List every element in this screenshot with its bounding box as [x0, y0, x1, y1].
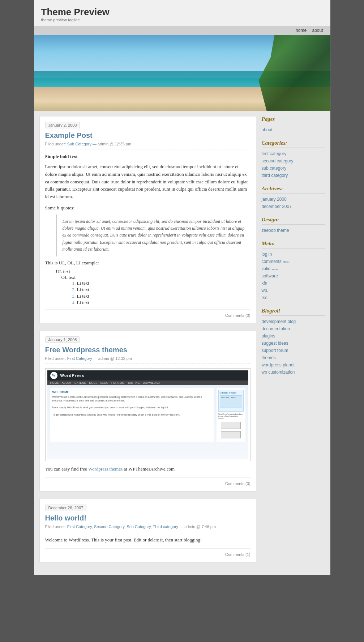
sidebar-pages-list: about	[262, 126, 325, 133]
post-cat-1[interactable]: First Category	[67, 524, 92, 529]
wp-main-content: WELCOME WordPress is a state-of-the-art …	[50, 388, 214, 442]
sidebar-meta-software: software	[262, 272, 325, 280]
post-blockquote: Lorem ipsum dolor sit amet, consectetur …	[56, 214, 250, 256]
sidebar-cat-second: second category	[262, 157, 325, 165]
sidebar-design-title: Design:	[262, 217, 325, 225]
sidebar-blog-planet: wordpress planet	[262, 361, 325, 369]
sidebar-design-zeebob: zeebob theme	[262, 227, 325, 234]
sidebar-categories-title: Categories:	[262, 140, 325, 148]
bquote-label: Some b-quotes:	[45, 205, 250, 211]
wordpress-screenshot: W WordPress HOME ABOUT EXTEND DOCS BLOG …	[45, 368, 250, 461]
post-title[interactable]: Hello world!	[45, 514, 250, 522]
navigation: home about	[34, 26, 330, 35]
meta-suffix: — admin @ 12:35 pm	[93, 142, 131, 146]
sidebar-meta-list: log in comments RSS valid xhtml software…	[262, 251, 325, 301]
post-title[interactable]: Example Post	[45, 131, 250, 140]
list-item: 1. Li text	[72, 280, 250, 286]
sidebar-categories-list: first category second category sub categ…	[262, 150, 325, 179]
list-item: 2. Li text	[72, 287, 250, 293]
sidebar-archives-title: Archives:	[262, 186, 325, 194]
wp-welcome-title: WELCOME	[52, 390, 211, 394]
sidebar-meta-title: Meta:	[262, 241, 325, 248]
sidebar-blog-themes: themes	[262, 354, 325, 361]
wp-sidebar-box: Current Theme Available Themes	[218, 390, 244, 412]
post-date: December 26, 2007	[45, 505, 87, 511]
wp-content-area: WELCOME WordPress is a state-of-the-art …	[47, 385, 248, 445]
screenshot-inner: W WordPress HOME ABOUT EXTEND DOCS BLOG …	[47, 370, 248, 459]
post-cat-4[interactable]: Third category	[153, 524, 178, 529]
meta-suffix: — admin @ 7:46 pm	[179, 524, 216, 529]
wp-nav-download: DOWNLOAD	[143, 381, 160, 384]
sidebar-archives: Archives: january 2008 december 2007	[262, 186, 325, 210]
text-after-link: at WPThemesArchive.com	[123, 466, 175, 472]
wp-nav-forums: FORUMS	[111, 381, 124, 384]
wp-nav-docs: DOCS	[89, 381, 98, 384]
sidebar-cat-third: third category	[262, 172, 325, 179]
post-hello-world: December 26, 2007 Hello world! Filed und…	[39, 499, 256, 562]
sidebar-categories: Categories: first category second catego…	[262, 140, 325, 179]
wp-logo-bar: W WordPress	[47, 370, 248, 380]
wp-logo: W	[50, 372, 57, 379]
wp-nav-home: HOME	[50, 381, 59, 384]
sidebar-design-list: zeebob theme	[262, 227, 325, 234]
post-title[interactable]: Free Wordpress themes	[45, 346, 250, 354]
sidebar-meta-wp: wp.	[262, 287, 325, 294]
sidebar-meta: Meta: log in comments RSS valid xhtml so…	[262, 241, 325, 301]
wp-logo-text: WordPress	[60, 373, 85, 378]
list-example: UL text OL text 1. Li text 2. Li text 3.…	[56, 269, 250, 306]
nav-home[interactable]: home	[296, 28, 307, 33]
sidebar-blog-plugins: plugins	[262, 332, 325, 340]
post-comments: Comments (0)	[45, 309, 250, 318]
sidebar-pages-title: Pages	[262, 116, 325, 124]
sidebar-cat-first: first category	[262, 150, 325, 157]
post-body: Welcome to WordPress. This is your first…	[45, 536, 250, 544]
post-meta: Filed under: Sub Category — admin @ 12:3…	[45, 142, 250, 149]
wp-nav-bar: HOME ABOUT EXTEND DOCS BLOG FORUMS HOSTI…	[47, 380, 248, 385]
post-date: January 2, 2008	[45, 122, 80, 128]
post-example: January 2, 2008 Example Post Filed under…	[39, 116, 256, 323]
ol-label: OL text 1. Li text 2. Li text 3. Li text…	[61, 275, 250, 306]
site-header: Theme Preview theme preview tagline	[34, 0, 330, 26]
sidebar-blog-suggest: suggest ideas	[262, 340, 325, 347]
meta-prefix: Filed under:	[45, 142, 66, 146]
post-cat-2[interactable]: Second Category	[94, 524, 124, 529]
sidebar-page-about: about	[262, 126, 325, 133]
site-tagline: theme preview tagline	[41, 18, 323, 22]
wp-sidebar-mini: Current Theme Available Themes WordPress…	[217, 388, 245, 442]
sidebar-meta-xhtml: valid xhtml	[262, 265, 325, 272]
post-date: January 1, 2008	[45, 336, 80, 343]
post-wordpress-themes: January 1, 2008 Free Wordpress themes Fi…	[39, 331, 256, 492]
post-comments: Comments (0)	[45, 477, 250, 486]
wp-nav-hosting: HOSTING	[127, 381, 140, 384]
sidebar-archives-list: january 2008 december 2007	[262, 196, 325, 210]
post-category[interactable]: First Category	[67, 356, 92, 361]
ul-label: This is UL, OL, LI example:	[45, 260, 250, 266]
post-bold-text: Simple bold text	[45, 154, 250, 160]
sidebar-design: Design: zeebob theme	[262, 217, 325, 234]
post-cat-3[interactable]: Sub Category	[127, 524, 150, 529]
sidebar-archive-dec: december 2007	[262, 203, 325, 210]
sidebar-pages: Pages about	[262, 116, 325, 133]
sidebar-meta-rss: rss.	[262, 294, 325, 301]
sidebar-blog-dev: development blog	[262, 318, 325, 325]
content-wrapper: January 2, 2008 Example Post Filed under…	[34, 111, 330, 575]
wp-nav-extend: EXTEND	[74, 381, 86, 384]
sidebar-blogroll-title: Blogroll	[262, 308, 325, 316]
post-meta: Filed under: First Category — admin @ 12…	[45, 356, 250, 364]
sidebar: Pages about Categories: first category s…	[262, 116, 325, 570]
hero-image	[34, 35, 330, 111]
post-comments: Comments (1)	[45, 548, 250, 557]
main-content: January 2, 2008 Example Post Filed under…	[39, 116, 256, 570]
wp-body-text: WordPress is a state-of-the-art semantic…	[52, 395, 211, 417]
meta-suffix: — admin @ 12:33 pm	[93, 356, 132, 361]
wordpress-themes-link[interactable]: Wordpress themes	[88, 466, 123, 472]
post-category[interactable]: Sub Category	[67, 142, 91, 146]
sidebar-blog-docs: documentation	[262, 325, 325, 332]
nav-about[interactable]: about	[312, 28, 323, 33]
sidebar-archive-jan: january 2008	[262, 196, 325, 203]
sidebar-blog-custom: wp customization	[262, 369, 325, 376]
ol-list: 1. Li text 2. Li text 3. Li text 4. Li t…	[72, 280, 250, 306]
sidebar-blog-support: support forum	[262, 347, 325, 354]
list-item: 3. Li text	[72, 293, 250, 299]
post-body: Lorem ipsum dolor sit amet, consectetur …	[45, 163, 250, 201]
